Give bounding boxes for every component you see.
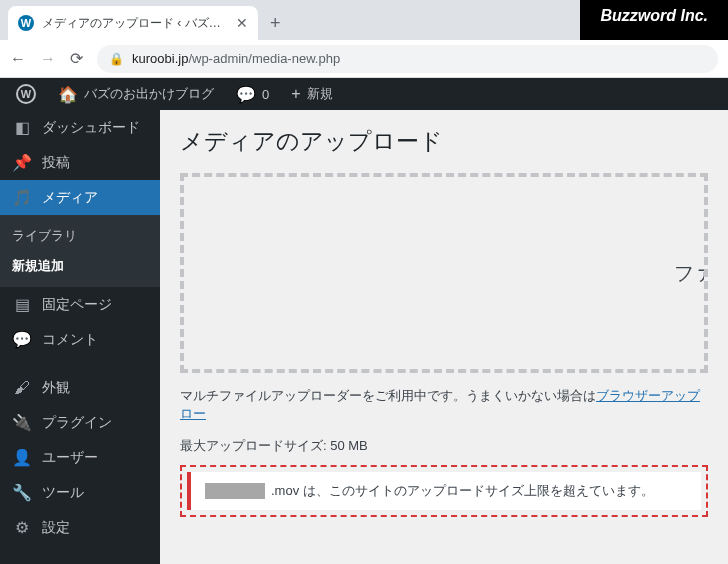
back-icon[interactable]: ← [10,50,26,68]
url-host: kuroobi.jp [132,51,188,66]
address-bar[interactable]: 🔒 kuroobi.jp/wp-admin/media-new.php [97,45,718,73]
close-icon[interactable]: ✕ [236,15,248,31]
sidebar-item-settings[interactable]: ⚙設定 [0,510,160,545]
main-content: メディアのアップロード ファ マルチファイルアップローダーをご利用中です。うまく… [160,110,728,564]
sidebar-subitem-add-new[interactable]: 新規追加 [0,251,160,281]
wrench-icon: 🔧 [12,483,32,502]
settings-icon: ⚙ [12,518,32,537]
plus-icon: + [291,85,300,103]
new-tab-button[interactable]: + [258,13,293,40]
home-icon: 🏠 [58,85,78,104]
sidebar-item-pages[interactable]: ▤固定ページ [0,287,160,322]
sidebar-item-comments[interactable]: 💬コメント [0,322,160,357]
sidebar-item-dashboard[interactable]: ◧ダッシュボード [0,110,160,145]
comment-icon: 💬 [236,85,256,104]
uploader-note: マルチファイルアップローダーをご利用中です。うまくいかない場合はブラウザーアップ… [180,387,708,423]
upload-error: .mov は、このサイトのアップロードサイズ上限を超えています。 [187,472,701,510]
wordpress-favicon: W [18,15,34,31]
forward-icon: → [40,50,56,68]
browser-toolbar: ← → ⟳ 🔒 kuroobi.jp/wp-admin/media-new.ph… [0,40,728,78]
reload-icon[interactable]: ⟳ [70,49,83,68]
browser-tab-strip: W メディアのアップロード ‹ バズのお出かけ ✕ + Buzzword Inc… [0,0,728,40]
wordpress-icon: W [16,84,36,104]
page-title: メディアのアップロード [180,126,708,157]
admin-sidebar: ◧ダッシュボード 📌投稿 🎵メディア ライブラリ 新規追加 ▤固定ページ 💬コメ… [0,110,160,564]
sidebar-item-plugins[interactable]: 🔌プラグイン [0,405,160,440]
browser-tab[interactable]: W メディアのアップロード ‹ バズのお出かけ ✕ [8,6,258,40]
page-icon: ▤ [12,295,32,314]
url-path: /wp-admin/media-new.php [188,51,340,66]
sidebar-item-appearance[interactable]: 🖌外観 [0,371,160,405]
upload-dropzone[interactable]: ファ [180,173,708,373]
plugin-icon: 🔌 [12,413,32,432]
sidebar-subitem-library[interactable]: ライブラリ [0,221,160,251]
comments-icon: 💬 [12,330,32,349]
sidebar-item-media[interactable]: 🎵メディア [0,180,160,215]
wp-admin-bar: W 🏠バズのお出かけブログ 💬0 +新規 [0,78,728,110]
comments-link[interactable]: 💬0 [228,78,277,110]
redacted-filename [205,483,265,499]
tab-title: メディアのアップロード ‹ バズのお出かけ [42,15,228,32]
upload-error-highlight: .mov は、このサイトのアップロードサイズ上限を超えています。 [180,465,708,517]
error-message: .mov は、このサイトのアップロードサイズ上限を超えています。 [271,482,654,500]
sidebar-item-tools[interactable]: 🔧ツール [0,475,160,510]
media-submenu: ライブラリ 新規追加 [0,215,160,287]
site-name-link[interactable]: 🏠バズのお出かけブログ [50,78,222,110]
sidebar-item-users[interactable]: 👤ユーザー [0,440,160,475]
max-upload-size: 最大アップロードサイズ: 50 MB [180,437,708,455]
pin-icon: 📌 [12,153,32,172]
sidebar-item-posts[interactable]: 📌投稿 [0,145,160,180]
dropzone-hint: ファ [674,260,708,287]
media-icon: 🎵 [12,188,32,207]
lock-icon: 🔒 [109,52,124,66]
wp-logo-menu[interactable]: W [8,78,44,110]
new-content-link[interactable]: +新規 [283,78,340,110]
dashboard-icon: ◧ [12,118,32,137]
user-icon: 👤 [12,448,32,467]
corporate-watermark: Buzzword Inc. [580,0,728,40]
brush-icon: 🖌 [12,379,32,397]
